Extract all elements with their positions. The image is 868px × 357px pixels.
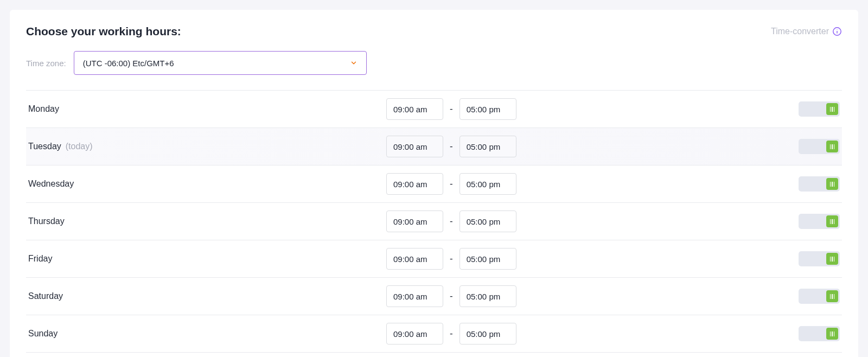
day-row-monday: Monday 09:00 am - 05:00 pm — [26, 91, 842, 128]
toggle-cell — [799, 214, 840, 229]
start-time-input[interactable]: 09:00 am — [386, 136, 443, 157]
toggle-thumb-icon — [826, 290, 838, 302]
day-row-thursday: Thursday 09:00 am - 05:00 pm — [26, 203, 842, 240]
toggle-cell — [799, 139, 840, 154]
day-label: Sunday — [28, 329, 58, 339]
day-label-cell: Wednesday — [28, 179, 386, 189]
end-time-input[interactable]: 05:00 pm — [459, 173, 516, 195]
info-icon — [832, 27, 842, 36]
day-toggle[interactable] — [799, 326, 840, 341]
toggle-thumb-icon — [826, 103, 838, 115]
day-times: 09:00 am - 05:00 pm — [386, 173, 516, 195]
time-separator: - — [450, 328, 453, 339]
day-label-cell: Friday — [28, 254, 386, 264]
timezone-value: (UTC -06:00) Etc/GMT+6 — [83, 59, 174, 68]
timezone-label: Time zone: — [26, 59, 66, 68]
card-header: Choose your working hours: Time-converte… — [26, 25, 842, 38]
day-toggle[interactable] — [799, 251, 840, 266]
toggle-cell — [799, 251, 840, 266]
timezone-select[interactable]: (UTC -06:00) Etc/GMT+6 — [74, 51, 367, 75]
end-time-input[interactable]: 05:00 pm — [459, 248, 516, 270]
day-label: Monday — [28, 104, 59, 114]
day-row-friday: Friday 09:00 am - 05:00 pm — [26, 240, 842, 278]
end-time-input[interactable]: 05:00 pm — [459, 211, 516, 232]
day-toggle[interactable] — [799, 176, 840, 192]
toggle-cell — [799, 326, 840, 341]
day-times: 09:00 am - 05:00 pm — [386, 248, 516, 270]
day-row-wednesday: Wednesday 09:00 am - 05:00 pm — [26, 165, 842, 203]
time-separator: - — [450, 104, 453, 114]
day-toggle[interactable] — [799, 214, 840, 229]
toggle-thumb-icon — [826, 215, 838, 227]
time-separator: - — [450, 216, 453, 227]
day-toggle[interactable] — [799, 139, 840, 154]
time-separator: - — [450, 141, 453, 152]
day-times: 09:00 am - 05:00 pm — [386, 323, 516, 345]
day-times: 09:00 am - 05:00 pm — [386, 285, 516, 307]
end-time-input[interactable]: 05:00 pm — [459, 136, 516, 157]
day-label: Wednesday — [28, 179, 74, 189]
day-times: 09:00 am - 05:00 pm — [386, 211, 516, 232]
day-label: Saturday — [28, 291, 63, 301]
end-time-input[interactable]: 05:00 pm — [459, 285, 516, 307]
day-label-cell: Monday — [28, 104, 386, 114]
day-label-cell: Sunday — [28, 329, 386, 339]
toggle-thumb-icon — [826, 178, 838, 190]
day-row-sunday: Sunday 09:00 am - 05:00 pm — [26, 315, 842, 353]
svg-point-1 — [837, 29, 837, 30]
start-time-input[interactable]: 09:00 am — [386, 285, 443, 307]
chevron-down-icon — [350, 59, 358, 67]
time-separator: - — [450, 178, 453, 189]
end-time-input[interactable]: 05:00 pm — [459, 323, 516, 345]
day-times: 09:00 am - 05:00 pm — [386, 98, 516, 120]
card-title: Choose your working hours: — [26, 25, 181, 38]
time-converter-link[interactable]: Time-converter — [771, 27, 842, 36]
day-label-cell: Saturday — [28, 291, 386, 301]
day-label: Thursday — [28, 216, 65, 226]
day-row-saturday: Saturday 09:00 am - 05:00 pm — [26, 278, 842, 315]
end-time-input[interactable]: 05:00 pm — [459, 98, 516, 120]
toggle-thumb-icon — [826, 328, 838, 340]
start-time-input[interactable]: 09:00 am — [386, 211, 443, 232]
start-time-input[interactable]: 09:00 am — [386, 173, 443, 195]
toggle-cell — [799, 289, 840, 304]
start-time-input[interactable]: 09:00 am — [386, 323, 443, 345]
day-label: Friday — [28, 254, 52, 264]
toggle-thumb-icon — [826, 141, 838, 152]
time-separator: - — [450, 253, 453, 264]
day-toggle[interactable] — [799, 289, 840, 304]
day-toggle[interactable] — [799, 101, 840, 117]
today-tag: (today) — [66, 142, 93, 151]
toggle-cell — [799, 176, 840, 192]
start-time-input[interactable]: 09:00 am — [386, 248, 443, 270]
day-label-cell: Tuesday (today) — [28, 142, 386, 151]
day-label: Tuesday — [28, 142, 61, 151]
toggle-cell — [799, 101, 840, 117]
time-separator: - — [450, 291, 453, 302]
timezone-row: Time zone: (UTC -06:00) Etc/GMT+6 — [26, 51, 842, 75]
day-label-cell: Thursday — [28, 216, 386, 226]
day-row-tuesday: Tuesday (today) 09:00 am - 05:00 pm — [26, 128, 842, 165]
toggle-thumb-icon — [826, 253, 838, 265]
start-time-input[interactable]: 09:00 am — [386, 98, 443, 120]
working-hours-card: Choose your working hours: Time-converte… — [10, 10, 858, 357]
day-times: 09:00 am - 05:00 pm — [386, 136, 516, 157]
schedule-list: Monday 09:00 am - 05:00 pm Tuesday (toda… — [26, 90, 842, 353]
time-converter-label: Time-converter — [771, 27, 829, 36]
